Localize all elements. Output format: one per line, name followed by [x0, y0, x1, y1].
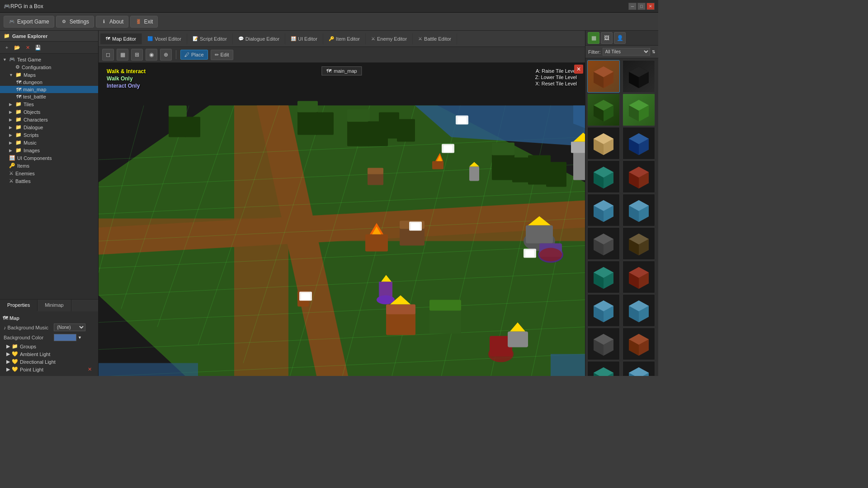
- maps-folder-icon: 📁: [15, 72, 22, 78]
- tool-btn-4[interactable]: ◉: [146, 49, 157, 61]
- svg-rect-46: [432, 161, 443, 169]
- tile-item[interactable]: [623, 261, 655, 293]
- props-groups[interactable]: ▶ 📁 Groups: [3, 343, 95, 350]
- tree-root[interactable]: ▼ 🎮 Test Game: [0, 56, 98, 63]
- tile-item[interactable]: [623, 294, 655, 327]
- tab-voxel-editor[interactable]: 🟦 Voxel Editor: [142, 33, 187, 44]
- tool-btn-2[interactable]: ▦: [117, 49, 128, 61]
- close-button[interactable]: ✕: [646, 3, 655, 10]
- tool-btn-1[interactable]: ◻: [102, 49, 114, 61]
- walk-only-button[interactable]: Walk Only: [107, 75, 146, 82]
- tab-minimap[interactable]: Minimap: [38, 300, 71, 311]
- maximize-button[interactable]: □: [637, 3, 646, 10]
- tree-item-test-battle[interactable]: 🗺 test_battle: [0, 93, 98, 100]
- map-icon-2: 🗺: [16, 87, 21, 92]
- tile-item[interactable]: [623, 127, 655, 160]
- tile-item[interactable]: [623, 194, 655, 226]
- game-explorer-header: 📁 Game Explorer: [0, 31, 98, 42]
- point-light-icon: 💛: [12, 366, 18, 372]
- view-btn-3[interactable]: 👤: [614, 32, 626, 44]
- tile-item[interactable]: [587, 294, 620, 327]
- tree-item-ui-components[interactable]: 🪟 UI Components: [0, 154, 98, 162]
- tile-item[interactable]: [587, 328, 620, 360]
- tree-item-tiles[interactable]: ▶ 📁 Tiles: [0, 100, 98, 108]
- tree-item-main-map[interactable]: 🗺 main_map: [0, 86, 98, 93]
- filter-label: Filter:: [588, 49, 601, 55]
- right-panel: ▦ 🖼 👤 Filter: All TilesGroundWallDecorat…: [585, 31, 658, 376]
- bg-music-select[interactable]: (None): [54, 324, 85, 331]
- tile-item[interactable]: [587, 160, 620, 193]
- tree-item-objects[interactable]: ▶ 📁 Objects: [0, 108, 98, 116]
- tree-item-enemies[interactable]: ⚔ Enemies: [0, 169, 98, 177]
- tile-item[interactable]: [587, 94, 620, 126]
- svg-rect-37: [379, 113, 399, 139]
- tree-item-battles[interactable]: ⚔ Battles: [0, 177, 98, 185]
- map-area[interactable]: 🗺 main_map Walk & Interact Walk Only Int…: [99, 63, 585, 376]
- tree-item-dialogue[interactable]: ▶ 📁 Dialogue: [0, 123, 98, 131]
- delete-button[interactable]: ✕: [23, 43, 32, 52]
- tile-item[interactable]: [623, 328, 655, 360]
- props-ambient-light[interactable]: ▶ 💛 Ambient Light: [3, 350, 95, 358]
- place-button[interactable]: 🖊 Place: [180, 50, 208, 60]
- exit-button[interactable]: 🚪 Exit: [130, 16, 158, 28]
- tile-item[interactable]: [623, 160, 655, 193]
- tree-item-music[interactable]: ▶ 📁 Music: [0, 139, 98, 146]
- map-section-title: 🗺 Map: [3, 314, 95, 322]
- item-tab-icon: 🔑: [329, 36, 334, 41]
- view-btn-2[interactable]: 🖼: [601, 32, 613, 44]
- dropdown-arrow-icon[interactable]: ▼: [78, 335, 82, 340]
- tile-item[interactable]: [623, 361, 655, 376]
- edit-button[interactable]: ✏ Edit: [211, 50, 233, 60]
- svg-rect-49: [469, 167, 479, 181]
- tab-item-editor[interactable]: 🔑 Item Editor: [323, 33, 366, 44]
- export-game-button[interactable]: 🎮 Export Game: [4, 16, 54, 28]
- tree-item-items[interactable]: 🔑 Items: [0, 162, 98, 169]
- tab-dialogue-editor[interactable]: 💬 Dialogue Editor: [233, 33, 285, 44]
- filter-select[interactable]: All TilesGroundWallDecoration: [603, 48, 651, 56]
- props-directional-light[interactable]: ▶ 💛 Directional Light: [3, 358, 95, 366]
- tree-item-dungeon[interactable]: 🗺 dungeon: [0, 79, 98, 86]
- tab-map-editor[interactable]: 🗺 Map Editor: [100, 33, 142, 44]
- svg-rect-61: [526, 225, 553, 244]
- props-point-light[interactable]: ▶ 💛 Point Light ✕: [3, 366, 95, 373]
- tab-battle-editor[interactable]: ⚔ Battle Editor: [413, 33, 457, 44]
- interact-only-button[interactable]: Interact Only: [107, 83, 146, 89]
- minimize-button[interactable]: ─: [628, 3, 637, 10]
- tile-item[interactable]: [587, 60, 620, 93]
- tree-item-images[interactable]: ▶ 📁 Images: [0, 146, 98, 154]
- about-button[interactable]: ℹ About: [96, 16, 128, 28]
- tab-properties[interactable]: Properties: [0, 300, 38, 311]
- tile-item[interactable]: [587, 194, 620, 226]
- view-btn-1[interactable]: ▦: [588, 32, 599, 44]
- tile-item[interactable]: [587, 361, 620, 376]
- svg-rect-59: [379, 282, 392, 302]
- new-button[interactable]: +: [2, 43, 11, 52]
- tree-item-characters[interactable]: ▶ 📁 Characters: [0, 116, 98, 123]
- tool-btn-5[interactable]: ⊕: [160, 49, 172, 61]
- properties-panel: Properties Minimap 🗺 Map ♪ Background Mu…: [0, 299, 98, 376]
- tab-ui-editor[interactable]: 🪟 UI Editor: [285, 33, 323, 44]
- bg-color-swatch[interactable]: [54, 334, 76, 341]
- walk-interact-button[interactable]: Walk & Interact: [107, 68, 146, 75]
- tree-item-configuration[interactable]: ⚙ Configuration: [0, 63, 98, 71]
- point-light-delete-button[interactable]: ✕: [88, 366, 92, 372]
- tile-item[interactable]: [623, 60, 655, 93]
- tab-enemy-editor[interactable]: ⚔ Enemy Editor: [366, 33, 413, 44]
- tile-item[interactable]: [587, 261, 620, 293]
- tool-btn-3[interactable]: ⊞: [131, 49, 143, 61]
- map-toolbar: ◻ ▦ ⊞ ◉ ⊕ 🖊 Place ✏ Edit: [99, 47, 585, 63]
- tree-item-maps[interactable]: ▼ 📁 Maps: [0, 71, 98, 79]
- map-scene[interactable]: [99, 63, 585, 376]
- tree-item-scripts[interactable]: ▶ 📁 Scripts: [0, 131, 98, 139]
- tile-item[interactable]: [623, 227, 655, 260]
- svg-rect-73: [386, 313, 415, 335]
- tile-item[interactable]: [587, 127, 620, 160]
- sort-icon[interactable]: ⇅: [652, 50, 656, 54]
- settings-button[interactable]: ⚙ Settings: [56, 16, 94, 28]
- map-close-button[interactable]: ✕: [574, 65, 583, 74]
- tile-item[interactable]: [587, 227, 620, 260]
- tab-script-editor[interactable]: 📝 Script Editor: [187, 33, 233, 44]
- tile-item[interactable]: [623, 94, 655, 126]
- save-button[interactable]: 💾: [33, 43, 42, 52]
- open-button[interactable]: 📂: [13, 43, 22, 52]
